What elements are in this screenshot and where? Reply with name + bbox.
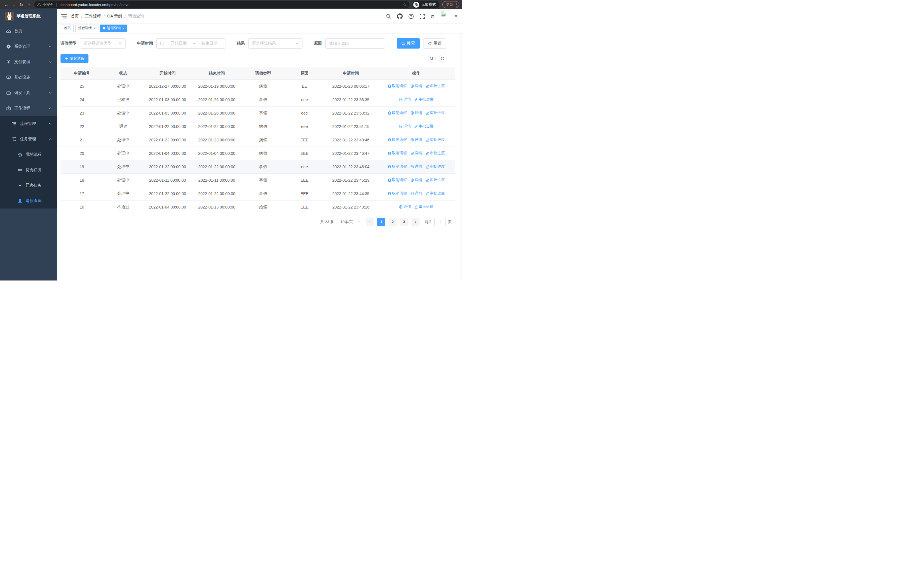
detail-link[interactable]: 详情 (410, 150, 422, 156)
breadcrumb-oa-example[interactable]: OA 示例 (107, 14, 122, 19)
sidebar-item-task-mgmt[interactable]: 任务管理 (0, 131, 57, 147)
sidebar-item-dev-tools[interactable]: 研发工具 (0, 85, 57, 101)
approval-progress-link[interactable]: 审批进度 (414, 124, 434, 129)
approval-progress-link[interactable]: 审批进度 (426, 177, 445, 182)
close-icon[interactable]: × (122, 27, 124, 30)
search-button[interactable]: 搜索 (397, 38, 420, 48)
page-2-button[interactable]: 2 (388, 218, 397, 226)
close-icon[interactable]: × (94, 27, 96, 30)
tab-home[interactable]: 首页 (61, 24, 74, 32)
detail-link[interactable]: 详情 (410, 110, 422, 116)
approval-progress-link[interactable]: 审批进度 (426, 110, 445, 116)
robot-icon (18, 152, 22, 157)
fullscreen-icon[interactable] (420, 14, 425, 19)
not-secure-warning-icon[interactable] (37, 3, 41, 6)
detail-link[interactable]: 详情 (399, 124, 411, 129)
page-size-select[interactable]: 10条/页 (338, 218, 363, 226)
apply-time-range-picker[interactable]: 开始日期 - 结束日期 (156, 38, 225, 48)
cancel-leave-link[interactable]: 取消请假 (388, 83, 407, 89)
toggle-search-icon[interactable] (428, 54, 436, 63)
cell-reason: EEE (285, 133, 324, 146)
sidebar-item-payment[interactable]: ¥ 支付管理 (0, 54, 57, 70)
end-date-placeholder[interactable]: 结束日期 (197, 41, 222, 46)
detail-link[interactable]: 详情 (410, 177, 422, 182)
cancel-leave-link[interactable]: 取消请假 (388, 191, 407, 196)
table-toolbar: 发起请假 (60, 54, 459, 63)
font-size-icon[interactable]: tT (430, 14, 434, 19)
browser-toolbar: ← → ↻ ⌂ 不安全 dashboard.yudao.iocoder.cn/b… (0, 0, 462, 9)
address-bar[interactable]: 不安全 dashboard.yudao.iocoder.cn/bpm/oa/le… (34, 1, 410, 8)
cell-apply-id: 19 (60, 160, 103, 173)
next-page-button[interactable] (411, 218, 420, 226)
chevron-down-icon (48, 76, 52, 79)
github-icon[interactable] (397, 14, 403, 19)
cancel-leave-link[interactable]: 取消请假 (388, 110, 407, 116)
reset-button[interactable]: 重置 (423, 38, 446, 48)
refresh-table-icon[interactable] (439, 54, 447, 63)
breadcrumb-home[interactable]: 首页 (71, 14, 79, 19)
approval-progress-link[interactable]: 审批进度 (426, 137, 445, 142)
app-window: 芋道管理系统 首页 系统管理 ¥ 支付管理 (0, 9, 462, 281)
page-1-button[interactable]: 1 (377, 218, 385, 226)
approval-progress-link[interactable]: 审批进度 (414, 97, 434, 102)
goto-page-input[interactable] (434, 218, 446, 226)
approval-progress-link[interactable]: 审批进度 (414, 204, 434, 209)
browser-home-icon[interactable]: ⌂ (25, 1, 33, 8)
breadcrumb-workflow[interactable]: 工作流程 (85, 14, 101, 19)
create-leave-button[interactable]: 发起请假 (60, 54, 88, 63)
result-select[interactable]: 请选择流结果 (248, 38, 303, 48)
sidebar-item-infrastructure[interactable]: 基础设施 (0, 70, 57, 85)
header-search-icon[interactable] (386, 14, 391, 19)
tab-leave-query[interactable]: 请假查询 × (100, 24, 127, 32)
logo-row[interactable]: 芋道管理系统 (0, 9, 57, 23)
reason-input[interactable] (329, 41, 381, 46)
detail-link[interactable]: 详情 (410, 137, 422, 142)
sidebar-item-workflow[interactable]: 工作流程 (0, 101, 57, 116)
window-scrollbar[interactable] (460, 9, 462, 281)
detail-link[interactable]: 详情 (399, 97, 411, 102)
view-icon (410, 178, 414, 182)
browser-update-button[interactable]: 更新 (442, 1, 459, 8)
cell-actions: 详情 审批进度 (377, 93, 455, 106)
sidebar-item-system[interactable]: 系统管理 (0, 39, 57, 54)
approval-progress-link[interactable]: 审批进度 (426, 83, 445, 89)
sidebar-item-my-process[interactable]: 我的流程 (0, 147, 57, 162)
browser-back-icon[interactable]: ← (3, 1, 10, 8)
cancel-leave-link[interactable]: 取消请假 (388, 177, 407, 182)
page-3-button[interactable]: 3 (400, 218, 408, 226)
detail-link[interactable]: 详情 (410, 83, 422, 89)
cancel-leave-link[interactable]: 取消请假 (388, 150, 407, 156)
prev-page-button[interactable] (366, 218, 374, 226)
browser-reload-icon[interactable]: ↻ (18, 1, 25, 8)
cell-start-time: 2022-01-04 00:00:00 (143, 146, 192, 160)
cell-end-time: 2022-01-22 00:00:00 (192, 160, 242, 173)
cancel-leave-link[interactable]: 取消请假 (388, 137, 407, 142)
detail-link[interactable]: 详情 (410, 191, 422, 196)
browser-forward-icon[interactable]: → (10, 1, 18, 8)
edit-icon (414, 205, 418, 209)
help-icon[interactable]: ? (408, 14, 414, 19)
start-date-placeholder[interactable]: 开始日期 (166, 41, 191, 46)
cancel-leave-link[interactable]: 取消请假 (388, 164, 407, 169)
table-row: 24 已取消 2022-01-03 00:00:00 2022-01-26 00… (60, 93, 455, 106)
breadcrumb: 首页 / 工作流程 / OA 示例 / 请假查询 (71, 14, 144, 19)
sidebar-item-leave-query[interactable]: 请假查询 (0, 193, 57, 209)
cell-end-time: 2022-01-22 00:00:00 (192, 120, 242, 133)
approval-progress-link[interactable]: 审批进度 (426, 191, 445, 196)
detail-link[interactable]: 详情 (410, 164, 422, 169)
user-avatar[interactable] (440, 11, 451, 22)
bookmark-star-icon[interactable]: ☆ (403, 2, 406, 7)
sidebar-toggle-icon[interactable] (61, 14, 67, 19)
approval-progress-link[interactable]: 审批进度 (426, 150, 445, 156)
detail-link[interactable]: 详情 (399, 204, 411, 209)
approval-progress-link[interactable]: 审批进度 (426, 164, 445, 169)
sidebar-item-done-tasks[interactable]: 已办任务 (0, 177, 57, 193)
sidebar-item-home[interactable]: 首页 (0, 23, 57, 39)
cell-end-time: 2022-01-26 00:00:00 (192, 106, 242, 120)
sidebar-item-process-mgmt[interactable]: 流程管理 (0, 116, 57, 131)
avatar-caret-icon[interactable] (454, 15, 458, 17)
sidebar-item-todo-tasks[interactable]: 待办任务 (0, 162, 57, 177)
leave-type-select[interactable]: 请选择请假类型 (80, 38, 126, 48)
browser-menu-icon[interactable] (456, 3, 457, 7)
tab-process-detail[interactable]: 流程详情 × (75, 24, 99, 32)
